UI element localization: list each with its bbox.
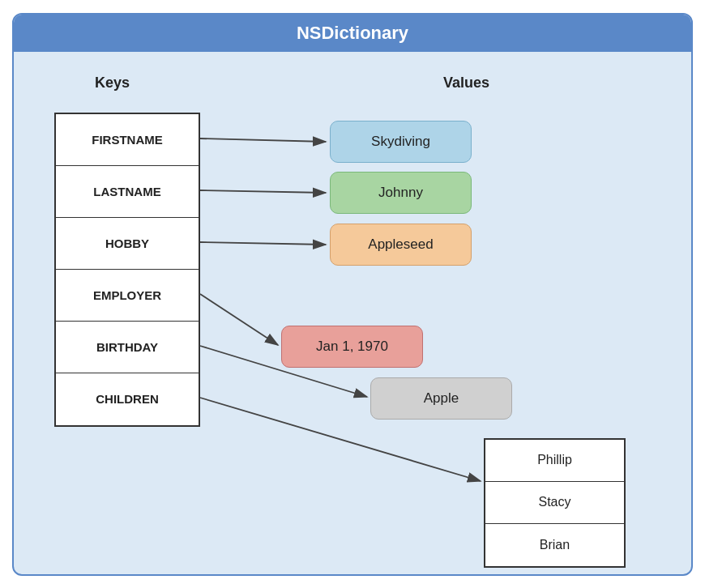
value-bubble-1: Johnny (330, 172, 472, 214)
key-children: CHILDREN (56, 373, 199, 425)
value-bubble-0: Skydiving (330, 121, 472, 163)
diagram-area: Keys Values FIRSTNAME LASTNAME HOBBY EMP… (14, 52, 691, 574)
svg-line-1 (200, 138, 326, 142)
value-bubble-2: Appleseed (330, 224, 472, 266)
key-lastname: LASTNAME (56, 166, 199, 218)
diagram-title: NSDictionary (297, 23, 408, 43)
key-firstname: FIRSTNAME (56, 114, 199, 166)
key-employer: EMPLOYER (56, 270, 199, 322)
outer-frame: NSDictionary Keys Values FIRSTNAME LASTN… (12, 13, 693, 576)
child-cell-2: Brian (485, 524, 624, 566)
value-bubble-4: Apple (370, 377, 512, 420)
key-hobby: HOBBY (56, 218, 199, 270)
child-cell-1: Stacy (485, 482, 624, 524)
value-bubble-3: Jan 1, 1970 (281, 326, 423, 368)
key-birthday: BIRTHDAY (56, 322, 199, 373)
svg-line-4 (200, 294, 278, 345)
keys-table: FIRSTNAME LASTNAME HOBBY EMPLOYER BIRTHD… (54, 113, 200, 427)
children-table: PhillipStacyBrian (484, 438, 626, 568)
svg-line-3 (200, 242, 326, 245)
title-bar: NSDictionary (14, 15, 691, 52)
keys-header: Keys (95, 75, 130, 92)
svg-line-2 (200, 190, 326, 193)
child-cell-0: Phillip (485, 440, 624, 482)
values-header: Values (443, 75, 489, 92)
